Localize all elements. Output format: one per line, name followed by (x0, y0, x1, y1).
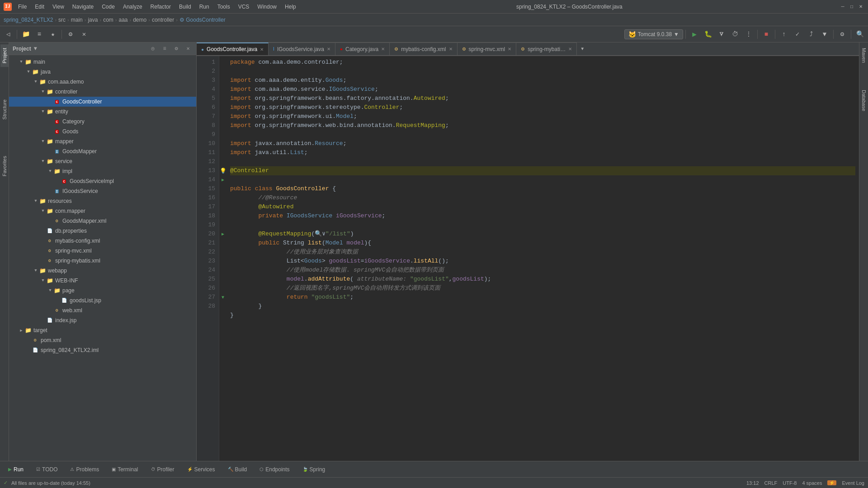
toolbar-close-btn[interactable]: ✕ (78, 28, 90, 41)
favorites-tab[interactable]: Favorites (0, 152, 9, 180)
breadcrumb-item[interactable]: ⚙ GoodsController (179, 17, 226, 23)
toolbar-settings-btn[interactable]: ⚙ (64, 28, 77, 41)
tab-close-btn[interactable]: ✕ (449, 47, 453, 52)
run-tab[interactable]: ▶ Run (4, 465, 28, 474)
tree-item-category[interactable]: C Category (9, 117, 196, 127)
toolbar-structure-btn[interactable]: ≡ (33, 28, 46, 41)
services-tab[interactable]: ⚡ Services (183, 465, 220, 474)
tree-item-controller[interactable]: ▼ 📁 controller (9, 87, 196, 97)
debug-button[interactable]: 🐛 (702, 28, 714, 41)
menu-item-code[interactable]: Code (98, 3, 118, 11)
tree-item-impl[interactable]: ▼ 📁 impl (9, 166, 196, 176)
tree-item-service[interactable]: ▼ 📁 service (9, 156, 196, 166)
tree-item-goodscontroller[interactable]: C GoodsController (9, 97, 196, 107)
breadcrumb-item[interactable]: main (71, 17, 83, 23)
toolbar-more-btn[interactable]: ⋮ (742, 28, 755, 41)
menu-item-vcs[interactable]: VCS (235, 3, 253, 11)
run-config-selector[interactable]: 🐱 Tomcat 9.0.38 ▼ (624, 29, 683, 39)
indent-setting[interactable]: 4 spaces (802, 480, 822, 486)
charset[interactable]: UTF-8 (783, 480, 797, 486)
tab-close-btn[interactable]: ✕ (260, 47, 264, 52)
tab-scroll-btn[interactable]: ▼ (577, 42, 588, 55)
project-locate-btn[interactable]: ◎ (148, 44, 157, 53)
tree-item-igoodsservice[interactable]: I IGoodsService (9, 186, 196, 196)
tree-item-target[interactable]: ▶ 📁 target (9, 325, 196, 335)
tab-goodscontroller[interactable]: ● GoodsController.java ✕ (197, 42, 269, 55)
event-log[interactable]: Event Log (842, 480, 864, 486)
profiler-tab[interactable]: ⏱ Profiler (146, 465, 179, 474)
tab-igoodsservice[interactable]: I IGoodsService.java ✕ (269, 42, 335, 55)
tree-item-goodslist-jsp[interactable]: 📄 goodsList.jsp (9, 296, 196, 305)
tab-mybatis-config[interactable]: ⚙ mybatis-config.xml ✕ (390, 42, 457, 55)
tree-item-goodsmapper[interactable]: I GoodsMapper (9, 146, 196, 156)
project-tab[interactable]: Project (0, 44, 9, 67)
terminal-tab[interactable]: ▣ Terminal (107, 465, 142, 474)
coverage-button[interactable]: ⛛ (715, 28, 728, 41)
breadcrumb-item[interactable]: com (103, 17, 113, 23)
breadcrumb-item[interactable]: demo (133, 17, 146, 23)
line-ending[interactable]: CRLF (764, 480, 778, 486)
tree-item-web-xml[interactable]: ⚙ web.xml (9, 305, 196, 315)
project-close-btn[interactable]: ✕ (184, 44, 193, 53)
menu-item-edit[interactable]: Edit (31, 3, 48, 11)
endpoints-tab[interactable]: ⬡ Endpoints (255, 465, 294, 474)
database-tab[interactable]: Database (860, 86, 868, 115)
breadcrumb-item[interactable]: aaa (118, 17, 127, 23)
menu-item-analyze[interactable]: Analyze (119, 3, 146, 11)
tree-item-web-inf[interactable]: ▼ 📁 WEB-INF (9, 276, 196, 286)
menu-item-help[interactable]: Help (281, 3, 300, 11)
run-button[interactable]: ▶ (688, 28, 701, 41)
menu-item-refactor[interactable]: Refactor (147, 3, 175, 11)
tree-item-spring-mvc[interactable]: ⚙ spring-mvc.xml (9, 246, 196, 256)
tree-item-index-jsp[interactable]: 📄 index.jsp (9, 315, 196, 325)
tab-close-btn[interactable]: ✕ (568, 47, 572, 52)
vcs-update-btn[interactable]: ↑ (778, 28, 790, 41)
tree-item-goodsserviceimpl[interactable]: C GoodsServiceImpl (9, 176, 196, 186)
tree-item-db-properties[interactable]: 📄 db.properties (9, 226, 196, 236)
profiler-button[interactable]: ⏱ (729, 28, 741, 41)
code-content[interactable]: package com.aaa.demo.controller; import … (226, 56, 859, 461)
settings-gear-btn[interactable]: ⚙ (836, 28, 849, 41)
tab-close-btn[interactable]: ✕ (381, 47, 385, 52)
spring-tab[interactable]: 🍃 Spring (298, 465, 330, 474)
tab-spring-mybatis[interactable]: ⚙ spring-mybati… ✕ (516, 42, 577, 55)
vcs-more-btn[interactable]: ▼ (818, 28, 831, 41)
tab-close-btn[interactable]: ✕ (508, 47, 511, 52)
tab-close-btn[interactable]: ✕ (327, 47, 330, 52)
tree-item-main[interactable]: ▼ 📁 main (9, 57, 196, 67)
tree-item-iml[interactable]: 📄 spring_0824_KTLX2.iml (9, 345, 196, 355)
tree-item-mybatis-config[interactable]: ⚙ mybatis-config.xml (9, 236, 196, 246)
tree-item-page[interactable]: ▼ 📁 page (9, 286, 196, 296)
tree-item-resources[interactable]: ▼ 📁 resources (9, 196, 196, 206)
search-everywhere-btn[interactable]: 🔍 (854, 28, 866, 41)
menu-item-tools[interactable]: Tools (214, 3, 234, 11)
todo-tab[interactable]: ☑ TODO (32, 465, 62, 474)
maximize-button[interactable]: □ (848, 3, 855, 10)
cursor-position[interactable]: 13:12 (746, 480, 759, 486)
toolbar-project-view-btn[interactable]: 📁 (19, 28, 32, 41)
tree-item-mapper[interactable]: ▼ 📁 mapper (9, 136, 196, 146)
tab-category[interactable]: ● Category.java ✕ (335, 42, 390, 55)
tree-item-pom-xml[interactable]: ⚙ pom.xml (9, 335, 196, 345)
breadcrumb-item[interactable]: src (58, 17, 66, 23)
close-button[interactable]: ✕ (857, 3, 864, 10)
tree-item-spring-mybatis[interactable]: ⚙ spring-mybatis.xml (9, 256, 196, 266)
menu-item-window[interactable]: Window (254, 3, 280, 11)
problems-tab[interactable]: ⚠ Problems (66, 465, 104, 474)
maven-tab[interactable]: Maven (860, 44, 868, 66)
breadcrumb-item[interactable]: java (88, 17, 98, 23)
vcs-commit-btn[interactable]: ✓ (791, 28, 804, 41)
tree-item-com-mapper[interactable]: ▼ 📁 com.mapper (9, 206, 196, 216)
tree-item-entity[interactable]: ▼ 📁 entity (9, 107, 196, 117)
structure-tab[interactable]: Structure (0, 96, 9, 123)
menu-item-view[interactable]: View (49, 3, 68, 11)
menu-item-navigate[interactable]: Navigate (69, 3, 97, 11)
build-tab[interactable]: 🔨 Build (223, 465, 252, 474)
menu-item-file[interactable]: File (14, 3, 30, 11)
tab-spring-mvc[interactable]: ⚙ spring-mvc.xml ✕ (458, 42, 517, 55)
tree-item-webapp[interactable]: ▼ 📁 webapp (9, 266, 196, 276)
toolbar-favorites-btn[interactable]: ★ (47, 28, 59, 41)
menu-item-build[interactable]: Build (175, 3, 195, 11)
breadcrumb-item[interactable]: spring_0824_KTLX2 (4, 17, 53, 23)
tree-item-java[interactable]: ▼ 📁 java (9, 67, 196, 77)
